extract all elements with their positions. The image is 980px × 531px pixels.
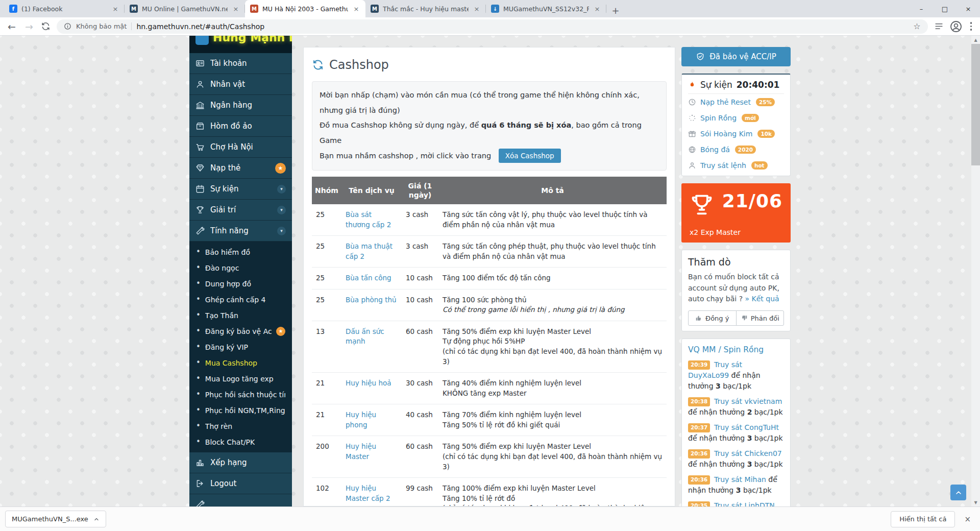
window-maximize-button[interactable]: □ xyxy=(933,0,957,17)
feed-link[interactable]: Truy sát Chicken07 xyxy=(714,449,782,457)
browser-tab[interactable]: M MU Hà Nội 2003 - GamethuVN.n × xyxy=(245,0,365,17)
tab-close-icon[interactable]: × xyxy=(593,5,601,13)
sidebar-sub-item[interactable]: • Tạo Thần xyxy=(189,307,292,323)
service-link[interactable]: Huy hiệu Master xyxy=(346,442,376,461)
tab-close-icon[interactable]: × xyxy=(473,5,481,13)
scrollbar-down-arrow[interactable]: ▼ xyxy=(971,498,980,506)
sidebar-sub-item[interactable]: • Đăng ký bảo vệ Acc ★ xyxy=(189,323,292,339)
event-item[interactable]: Spin Rồng mới xyxy=(688,110,784,126)
feed-link[interactable]: Truy sát vkvietnam xyxy=(714,397,782,405)
chevron-down-icon[interactable]: ▾ xyxy=(277,227,286,235)
acc-protect-button[interactable]: Đã bảo vệ ACC/IP xyxy=(681,47,791,66)
sidebar-item[interactable]: Chợ Hà Nội xyxy=(189,137,292,158)
scroll-to-top-button[interactable] xyxy=(950,485,966,500)
right-column: Đã bảo vệ ACC/IP Sự kiện 20:40:01 Nạp th… xyxy=(681,47,791,506)
reading-list-icon[interactable] xyxy=(934,21,944,31)
table-header-row: NhómTên dịch vụGiá (1 ngày)Mô tả xyxy=(312,177,667,204)
sidebar-item[interactable]: Nhân vật xyxy=(189,74,292,95)
poll-agree-button[interactable]: Đồng ý xyxy=(688,310,737,326)
sidebar-sub-item[interactable]: • Dung hợp đồ xyxy=(189,276,292,292)
browser-tab[interactable]: M Thắc mắc - Huy hiệu master 2 | G × xyxy=(365,0,486,17)
browser-tab[interactable]: f (1) Facebook × xyxy=(4,0,125,17)
sidebar-sub-item[interactable]: • Ghép cánh cấp 4 xyxy=(189,292,292,307)
security-label: Không bảo mật xyxy=(76,22,127,30)
event-link[interactable]: Truy sát lệnh xyxy=(700,161,746,170)
bullet-icon: • xyxy=(196,280,201,287)
sidebar-item[interactable]: Logout xyxy=(189,473,292,494)
sidebar-item[interactable]: Tài khoản xyxy=(189,53,292,74)
service-link[interactable]: Huy hiệu hoả xyxy=(346,379,391,387)
window-minimize-button[interactable]: – xyxy=(910,0,933,17)
feed-title[interactable]: VQ MM / Spin Rồng xyxy=(688,345,784,354)
sidebar-item[interactable]: Hòm đồ ảo xyxy=(189,116,292,137)
sidebar-sub-item[interactable]: • Mua Logo tăng exp xyxy=(189,371,292,387)
sidebar-sub-item[interactable]: • Phục hồi sách thuộc tính xyxy=(189,387,292,402)
tab-close-icon[interactable]: × xyxy=(232,5,240,13)
tab-close-icon[interactable]: × xyxy=(352,5,360,13)
tab-close-icon[interactable]: × xyxy=(111,5,119,13)
browser-tab[interactable]: M MU Online | GamethuVN.net - Se × xyxy=(125,0,245,17)
poll-disagree-button[interactable]: Phản đối xyxy=(736,310,785,326)
browser-menu-icon[interactable] xyxy=(968,20,974,33)
sidebar-item[interactable]: Ngân hàng xyxy=(189,95,292,116)
sidebar-item[interactable]: Nạp thẻ ★ xyxy=(189,158,292,179)
sidebar-item[interactable]: Xếp hạng xyxy=(189,452,292,473)
event-item[interactable]: Sói Hoàng Kim 10k xyxy=(688,126,784,141)
show-all-downloads-button[interactable]: Hiển thị tất cả xyxy=(891,511,955,527)
page-scrollbar[interactable]: ▲ ▼ xyxy=(971,36,980,506)
download-item[interactable]: MUGamethuVN_S...exe xyxy=(5,511,106,527)
service-link[interactable]: Bùa ma thuật cấp 2 xyxy=(346,242,393,260)
event-item[interactable]: Bóng đá 2020 xyxy=(688,141,784,157)
service-link[interactable]: Dấu ấn sức mạnh xyxy=(346,327,384,346)
chevron-down-icon[interactable]: ▾ xyxy=(277,185,286,194)
service-link[interactable]: Bùa tấn công xyxy=(346,274,391,282)
chevron-down-icon[interactable]: ▾ xyxy=(277,206,286,214)
service-link[interactable]: Bùa sát thương cấp 2 xyxy=(346,210,391,229)
event-link[interactable]: Bóng đá xyxy=(700,146,730,154)
back-button[interactable]: ← xyxy=(6,21,17,32)
sidebar-item[interactable]: Tính năng ▾ xyxy=(189,221,292,242)
poll-result-link[interactable]: » Kết quả xyxy=(745,295,779,303)
site-info-icon[interactable] xyxy=(64,22,71,30)
service-group: 13 xyxy=(312,321,341,372)
site-logo[interactable]: Hưng Mạnh IN xyxy=(189,36,292,53)
reload-button[interactable] xyxy=(41,21,51,31)
sidebar-sub-item[interactable]: • Block Chat/PK xyxy=(189,434,292,450)
bookmark-star-icon[interactable]: ☆ xyxy=(913,21,920,31)
sidebar-sub-item[interactable]: • Thợ rèn xyxy=(189,418,292,434)
feed-link[interactable]: Truy sát CongTuHt xyxy=(714,423,779,431)
event-item[interactable]: Truy sát lệnh hot xyxy=(688,157,784,173)
browser-tab[interactable]: ↓ MUGamethuVN_SS12v32_Full × xyxy=(486,0,606,17)
refresh-icon[interactable] xyxy=(312,59,324,71)
new-tab-button[interactable]: + xyxy=(608,3,623,17)
event-link[interactable]: Spin Rồng xyxy=(700,114,737,122)
sidebar-item-partial[interactable] xyxy=(189,494,292,506)
download-caret-icon[interactable] xyxy=(93,516,100,522)
sidebar-sub-item[interactable]: • Đăng ký VIP xyxy=(189,339,292,355)
sidebar-sub-item[interactable]: • Đào ngọc xyxy=(189,260,292,276)
sidebar-item[interactable]: Sự kiện ▾ xyxy=(189,179,292,200)
notice-line-2: Đồ mua Cashshop không sử dụng ngày, để q… xyxy=(320,118,659,148)
sidebar-sub-item[interactable]: • Phục hồi NGN,TM,Ring xyxy=(189,402,292,418)
service-link[interactable]: Bùa phòng thủ xyxy=(346,296,397,304)
download-bar-close-icon[interactable]: × xyxy=(962,513,973,526)
event-link[interactable]: Nạp thẻ Reset xyxy=(700,98,751,106)
promo-banner[interactable]: 21/06 x2 Exp Master xyxy=(681,183,791,243)
profile-avatar-icon[interactable] xyxy=(950,20,962,33)
window-close-button[interactable]: × xyxy=(957,0,980,17)
delete-cashshop-button[interactable]: Xóa Cashshop xyxy=(499,149,561,163)
forward-button[interactable]: → xyxy=(23,21,35,32)
scrollbar-up-arrow[interactable]: ▲ xyxy=(971,36,980,44)
address-bar[interactable]: Không bảo mật hn.gamethuvn.net/#auth/Cas… xyxy=(57,19,928,34)
service-link[interactable]: Huy hiệu phong xyxy=(346,411,376,429)
feed-link[interactable]: Truy sát Mihan xyxy=(714,475,766,484)
sidebar-sub-item[interactable]: • Mua Cashshop xyxy=(189,355,292,371)
sidebar-item[interactable]: Giải trí ▾ xyxy=(189,200,292,221)
shield-check-icon xyxy=(696,52,705,61)
event-link[interactable]: Sói Hoàng Kim xyxy=(700,130,752,138)
feed-link[interactable]: Truy sát LinhDTN xyxy=(714,501,775,506)
scrollbar-thumb[interactable] xyxy=(971,44,980,165)
service-link[interactable]: Huy hiệu Master cấp 2 xyxy=(346,484,390,502)
sidebar-sub-item[interactable]: • Bảo hiểm đồ xyxy=(189,244,292,260)
event-item[interactable]: Nạp thẻ Reset 25% xyxy=(688,94,784,110)
